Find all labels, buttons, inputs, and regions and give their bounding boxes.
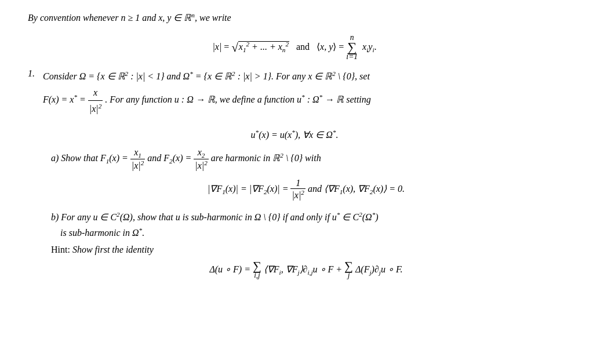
page-content: By convention whenever n ≥ 1 and x, y ∈ … — [28, 12, 561, 279]
part-b-hint: Hint: Show first the identity — [51, 245, 561, 255]
part-b-text: b) For any u ∈ C2(Ω), show that u is sub… — [51, 209, 561, 241]
delta-formula: Δ(u ∘ F) = ∑ i,j ⟨∇Fi, ∇Fj⟩∂i,ju ∘ F + ∑… — [51, 261, 561, 280]
grad-formula: |∇F1(x)| = |∇F2(x)| = 1|x|2 and ⟨∇F1(x),… — [51, 178, 561, 201]
intro-text: By convention whenever n ≥ 1 and x, y ∈ … — [28, 12, 561, 23]
abs-formula: |x| = √x12 + ... + xn2 and ⟨x, y⟩ = n ∑ … — [28, 34, 561, 61]
problem-1: 1. Consider Ω = {x ∈ ℝ2 : |x| < 1} and Ω… — [28, 68, 561, 279]
part-b: b) For any u ∈ C2(Ω), show that u is sub… — [51, 209, 561, 280]
part-a: a) Show that F1(x) = x1|x|2 and F2(x) = … — [51, 147, 561, 201]
problem-1-text: Consider Ω = {x ∈ ℝ2 : |x| < 1} and Ω* =… — [43, 68, 371, 117]
part-a-text: a) Show that F1(x) = x1|x|2 and F2(x) = … — [51, 147, 561, 172]
u-star-formula: u*(x) = u(x*), ∀x ∈ Ω*. — [28, 128, 561, 140]
problem-1-number: 1. — [28, 68, 39, 79]
